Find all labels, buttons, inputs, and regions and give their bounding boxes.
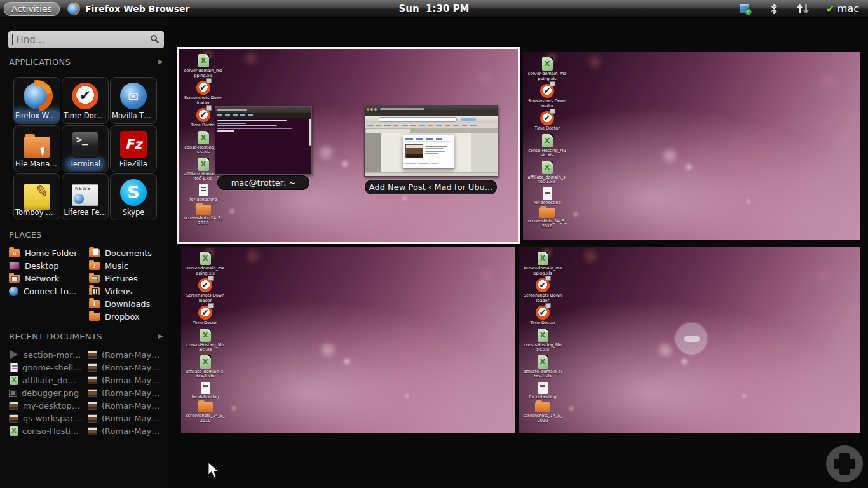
desktop-icon-label: screenshots_14_5_2010 xyxy=(186,414,225,423)
clock-check-lock-icon xyxy=(198,306,212,320)
clock-check-lock-icon xyxy=(536,306,550,320)
place-pictures[interactable]: Pictures xyxy=(89,272,152,285)
recent-doc[interactable]: (Romar-Mayer ... xyxy=(88,361,163,374)
applications-expand-icon[interactable]: ▶ xyxy=(158,58,163,65)
top-panel: Activities Firefox Web Browser Sun 1:30 … xyxy=(0,0,868,18)
recent-doc-label: conso-Hosting... xyxy=(22,426,84,436)
url-bar xyxy=(379,117,457,122)
recent-doc[interactable]: (Romar-Mayer ... xyxy=(88,386,163,399)
css-file-icon xyxy=(10,363,18,372)
clock-check-lock-icon xyxy=(540,111,554,125)
app-menu[interactable]: Firefox Web Browser xyxy=(67,3,190,15)
app-tile-liferea[interactable]: Liferea Fe... xyxy=(62,173,109,220)
image-thumbnail-icon xyxy=(88,376,97,384)
desktop-icon-label: screenshots_14_5_2010 xyxy=(527,219,567,229)
recent-doc[interactable]: gnome-shell.css xyxy=(9,361,85,374)
recent-doc-label: section-more.s... xyxy=(24,350,85,360)
spreadsheet-icon xyxy=(198,158,209,171)
search-box[interactable] xyxy=(8,31,164,48)
recent-doc[interactable]: (Romar-Mayer ... xyxy=(88,399,163,412)
recent-doc[interactable]: gs-workspace.... xyxy=(9,412,85,424)
dropbox-icon[interactable] xyxy=(738,3,751,15)
place-documents[interactable]: Documents xyxy=(89,247,152,259)
activities-button[interactable]: Activities xyxy=(4,2,60,16)
desktop-icon-text-document: for dehosting xyxy=(527,187,567,206)
image-thumbnail-icon xyxy=(9,402,18,410)
wp-admin-sidebar xyxy=(365,133,381,172)
app-tile-terminal[interactable]: Terminal xyxy=(62,125,109,172)
spreadsheet-icon xyxy=(200,329,211,342)
app-label: File Manager xyxy=(13,159,60,169)
recent-doc[interactable]: (Romar-Mayer ... xyxy=(88,348,163,361)
desktop-icon-screenshots-downloader: Screenshots Downloader xyxy=(527,84,567,109)
desktop-icon-screenshots-downloader: Screenshots Downloader xyxy=(522,278,563,303)
place-desktop[interactable]: Desktop xyxy=(9,259,78,272)
add-workspace-button[interactable] xyxy=(826,445,863,482)
workspace-thumbnail-3[interactable]: server-domain_mapping.xls Screenshots Do… xyxy=(181,247,515,433)
workspace-thumbnail-2[interactable]: server-domain_mapping.xls Screenshots Do… xyxy=(523,52,860,240)
place-music[interactable]: Music xyxy=(89,259,152,272)
recent-doc[interactable]: (Romar-Mayer ... xyxy=(88,424,163,437)
firefox-icon xyxy=(67,3,80,15)
recent-doc-label: (Romar-Mayer ... xyxy=(102,414,163,423)
recent-doc[interactable]: (Romar-Mayer ... xyxy=(88,412,163,424)
desktop-icon-label: for dehosting xyxy=(189,198,217,203)
place-videos[interactable]: Videos xyxy=(89,285,152,297)
user-menu[interactable]: ✔ mac xyxy=(826,3,859,15)
desktop-icon-spreadsheet: server-domain_mapping.xls xyxy=(527,57,567,81)
workspace-thumbnail-4[interactable]: server-domain_mapping.xls Screenshots Do… xyxy=(519,247,860,433)
recent-doc-label: gs-workspace.... xyxy=(23,414,85,423)
recent-doc-label: (Romar-Mayer ... xyxy=(102,376,163,385)
recent-column-left: section-more.s... gnome-shell.css affili… xyxy=(9,348,85,437)
app-tile-filezilla[interactable]: FileZilla xyxy=(110,125,157,172)
spreadsheet-icon xyxy=(10,376,18,385)
place-home-folder[interactable]: Home Folder xyxy=(9,247,78,259)
clock-check-lock-icon xyxy=(196,108,210,122)
app-tile-firefox[interactable]: Firefox We... xyxy=(13,77,60,124)
place-label: Network xyxy=(25,274,59,283)
thunderbird-icon xyxy=(120,83,147,109)
clock[interactable]: Sun 1:30 PM xyxy=(398,3,469,15)
desktop-icon-label: screenshots_14_5_2010 xyxy=(523,414,562,423)
desktop-icon-label: server-domain_mapping.xls xyxy=(527,72,567,81)
folder-icon xyxy=(198,402,213,412)
place-network[interactable]: Network xyxy=(9,272,78,285)
place-dropbox[interactable]: Dropbox xyxy=(89,310,152,323)
app-tile-skype[interactable]: Skype xyxy=(110,173,157,220)
app-tile-file-manager[interactable]: File Manager xyxy=(13,125,60,172)
app-tile-time-doctor[interactable]: Time Doctor xyxy=(62,77,109,124)
desktop-icon-label: affiliate_domain_sites-1.xls xyxy=(523,370,562,379)
app-label: Tomboy No... xyxy=(13,208,60,217)
workspace-thumbnail-1[interactable]: server-domain_mapping.xls Screenshots Do… xyxy=(177,47,520,244)
recent-doc[interactable]: my-desktopno... xyxy=(9,399,85,412)
search-input[interactable] xyxy=(13,34,150,46)
recent-documents-expand-icon[interactable]: ▶ xyxy=(158,332,163,339)
firefox-window-thumbnail[interactable] xyxy=(364,105,498,177)
clock-check-lock-icon xyxy=(196,81,210,95)
firefox-titlebar xyxy=(365,106,498,112)
network-arrows-icon[interactable] xyxy=(797,3,810,15)
recent-doc[interactable]: (Romar-Mayer ... xyxy=(88,374,163,386)
bluetooth-icon[interactable] xyxy=(768,3,780,15)
app-label: Firefox We... xyxy=(13,111,60,121)
desktop-icon-folder: screenshots_14_5_2010 xyxy=(527,208,567,229)
spreadsheet-icon xyxy=(542,134,553,147)
place-label: Pictures xyxy=(105,274,137,283)
text-document-icon xyxy=(543,187,552,200)
desktop-icon-label: conso-Hosting_Music.xls xyxy=(523,343,562,353)
place-connect-to[interactable]: Connect to... xyxy=(9,285,78,297)
remove-workspace-button[interactable] xyxy=(674,322,709,356)
app-tile-thunderbird[interactable]: Mozilla Th... xyxy=(110,77,157,124)
recent-doc[interactable]: affiliate_domai... xyxy=(9,374,85,386)
recent-doc[interactable]: debugger.png xyxy=(9,386,85,399)
desktop-icon-text-document: for dehosting xyxy=(522,382,563,400)
app-tile-tomboy[interactable]: Tomboy No... xyxy=(13,173,60,220)
app-label: Mozilla Th... xyxy=(110,111,157,121)
place-label: Downloads xyxy=(105,299,150,309)
recent-doc[interactable]: section-more.s... xyxy=(9,348,85,361)
terminal-window-thumbnail[interactable] xyxy=(215,106,312,175)
place-downloads[interactable]: Downloads xyxy=(89,297,152,310)
recent-doc[interactable]: conso-Hosting... xyxy=(9,424,85,437)
desktop-icon-spreadsheet: conso-Hosting_Music.xls xyxy=(185,329,226,353)
desktop-icon-spreadsheet: conso-Hosting_Music.xls xyxy=(522,329,563,353)
